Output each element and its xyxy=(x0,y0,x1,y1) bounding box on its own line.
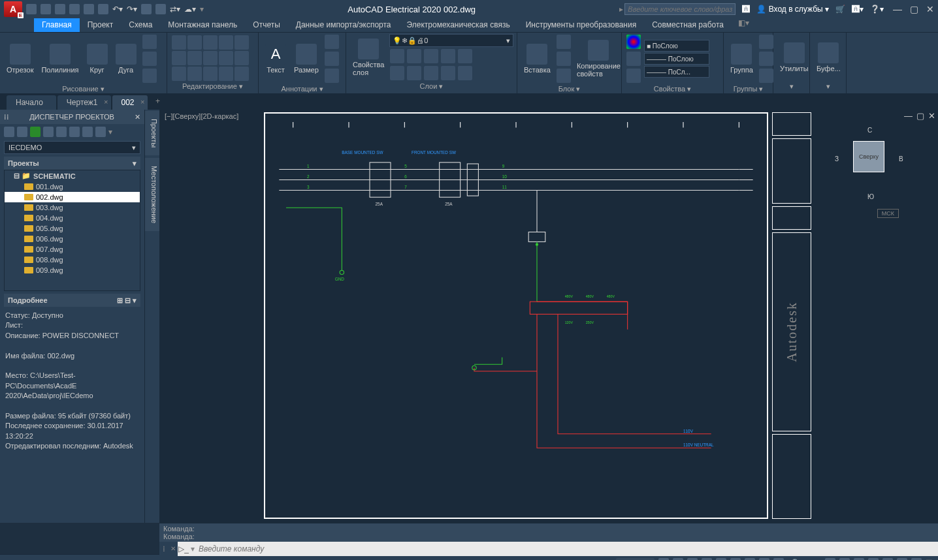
tab-project[interactable]: Проект xyxy=(80,18,121,32)
explode-icon[interactable] xyxy=(234,51,249,65)
tab-home[interactable]: Главная xyxy=(34,18,80,32)
otrack-icon[interactable] xyxy=(730,558,741,561)
circle-button[interactable]: Круг xyxy=(84,42,110,75)
layer-t5-icon[interactable] xyxy=(458,66,472,80)
leader-icon[interactable] xyxy=(325,35,339,49)
block-def-icon[interactable] xyxy=(557,69,571,83)
layer-lock-icon[interactable] xyxy=(424,49,438,63)
grid-icon[interactable] xyxy=(658,558,669,561)
tab-importexport[interactable]: Данные импорта/экспорта xyxy=(288,18,399,32)
line-button[interactable]: Отрезок xyxy=(4,42,36,75)
viewcube-face-top[interactable]: Сверху xyxy=(853,141,884,172)
utilities-button[interactable]: Утилиты xyxy=(777,41,811,74)
modify5-icon[interactable] xyxy=(234,67,249,81)
maximize-icon[interactable]: ▢ xyxy=(910,4,918,14)
tree-folder-schematic[interactable]: ⊟ 📁 SCHEMATIC xyxy=(5,170,140,181)
group-button[interactable]: Группа xyxy=(728,42,756,75)
preview-icon[interactable] xyxy=(155,4,166,14)
view-controls-label[interactable]: [−][Сверху][2D-каркас] xyxy=(165,112,238,120)
layer-iso-icon[interactable] xyxy=(390,49,404,63)
color-combo[interactable]: ■ ПоСлою xyxy=(644,40,709,52)
trim-icon[interactable] xyxy=(203,35,218,50)
tree-file[interactable]: 009.dwg xyxy=(5,265,140,275)
tab-collab[interactable]: Совместная работа xyxy=(644,18,732,32)
lang-icon[interactable]: 🅰 xyxy=(742,5,750,14)
pm-help-icon[interactable] xyxy=(95,127,106,137)
save-icon[interactable] xyxy=(55,4,65,14)
customize-icon[interactable] xyxy=(911,558,922,561)
rotate-icon[interactable] xyxy=(187,35,202,50)
layer-t3-icon[interactable] xyxy=(424,66,438,80)
extend-icon[interactable] xyxy=(219,35,233,50)
plot-icon[interactable] xyxy=(98,4,108,14)
doc-tab-start[interactable]: Начало xyxy=(7,95,56,110)
table-icon[interactable] xyxy=(325,52,339,66)
pm-zip-icon[interactable] xyxy=(82,127,93,137)
panel-layers-label[interactable]: Слои ▾ xyxy=(350,81,513,92)
vtab-location[interactable]: Местоположение xyxy=(145,158,159,231)
drawing-viewport[interactable]: 123 567 91011 BASE MOUNTED SW FRONT MOUN… xyxy=(264,112,768,519)
viewcube-east[interactable]: В xyxy=(899,155,903,163)
viewcube-south[interactable]: Ю xyxy=(867,193,874,200)
tab-convtools[interactable]: Инструменты преобразования xyxy=(518,18,645,32)
help-icon[interactable]: ❔▾ xyxy=(870,5,884,14)
tab-schematic[interactable]: Схема xyxy=(121,18,160,32)
tree-file-active[interactable]: 002.dwg xyxy=(5,192,140,202)
pm-plot-icon[interactable] xyxy=(69,127,80,137)
panel-props-label[interactable]: Свойства ▾ xyxy=(626,84,719,95)
pm-taskbar-icon[interactable] xyxy=(43,127,54,137)
layer-combo[interactable]: 💡❄🔒🖨 0▾ xyxy=(389,34,513,47)
tree-file[interactable]: 004.dwg xyxy=(5,213,140,223)
minimize-icon[interactable]: — xyxy=(893,4,902,14)
pm-open-icon[interactable] xyxy=(17,127,27,137)
layer-t1-icon[interactable] xyxy=(390,66,404,80)
osnap-icon[interactable] xyxy=(716,558,726,561)
tree-file[interactable]: 005.dwg xyxy=(5,223,140,234)
arc-button[interactable]: Дуга xyxy=(113,42,139,75)
annot3-icon[interactable] xyxy=(325,69,339,83)
vtab-projects[interactable]: Проекты xyxy=(145,111,159,155)
scale-icon[interactable] xyxy=(187,67,202,81)
workspace-icon[interactable] xyxy=(839,558,850,561)
undo-icon[interactable]: ↶▾ xyxy=(112,5,123,14)
linetype-icon[interactable] xyxy=(626,52,641,66)
open-icon[interactable] xyxy=(40,4,51,14)
pm-refresh-icon[interactable] xyxy=(30,127,40,137)
tab-reports[interactable]: Отчеты xyxy=(245,18,287,32)
share-icon[interactable]: ⇄▾ xyxy=(170,5,180,14)
group-edit-icon[interactable] xyxy=(759,52,773,66)
pm-publish-icon[interactable] xyxy=(56,127,67,137)
mirror-icon[interactable] xyxy=(187,51,202,65)
block-attr-icon[interactable] xyxy=(557,52,571,66)
group-select-icon[interactable] xyxy=(759,69,773,83)
transparency-icon[interactable] xyxy=(759,558,769,561)
chamfer-icon[interactable] xyxy=(219,51,233,65)
annovisibility-icon[interactable] xyxy=(825,558,835,561)
panel-draw-label[interactable]: Рисование ▾ xyxy=(4,84,163,95)
redo-icon[interactable]: ↷▾ xyxy=(127,5,137,14)
tree-file[interactable]: 003.dwg xyxy=(5,202,140,213)
panel-annot-label[interactable]: Аннотации ▾ xyxy=(263,84,342,95)
layer-off-icon[interactable] xyxy=(441,49,455,63)
monitor-icon[interactable] xyxy=(854,558,864,561)
pm-projects-section[interactable]: Проекты▾ xyxy=(4,157,140,170)
doc-tab-drawing1[interactable]: Чертеж1× xyxy=(57,95,111,110)
isolate-icon[interactable] xyxy=(868,558,879,561)
panel-block-label[interactable]: Блок ▾ xyxy=(521,84,617,95)
tree-file[interactable]: 007.dwg xyxy=(5,244,140,255)
dimension-button[interactable]: Размер xyxy=(291,42,321,75)
lineweight-icon[interactable] xyxy=(626,69,641,83)
pm-close-icon[interactable]: ✕ xyxy=(135,113,140,121)
insert-button[interactable]: Вставка xyxy=(521,42,553,75)
wcs-label[interactable]: МСК xyxy=(877,209,899,218)
cmdline-grip-icon[interactable]: ⁞ xyxy=(159,542,169,556)
close-tab-icon[interactable]: × xyxy=(140,98,144,106)
clipboard-button[interactable]: Буфе... xyxy=(814,41,843,74)
offset-icon[interactable] xyxy=(219,67,233,81)
text-button[interactable]: AТекст xyxy=(263,42,289,75)
hardware-accel-icon[interactable] xyxy=(882,558,893,561)
color-icon[interactable] xyxy=(626,35,641,49)
saveas-icon[interactable] xyxy=(69,4,80,14)
snap-icon[interactable] xyxy=(673,558,683,561)
pm-more-icon[interactable]: ▾ xyxy=(108,127,112,136)
